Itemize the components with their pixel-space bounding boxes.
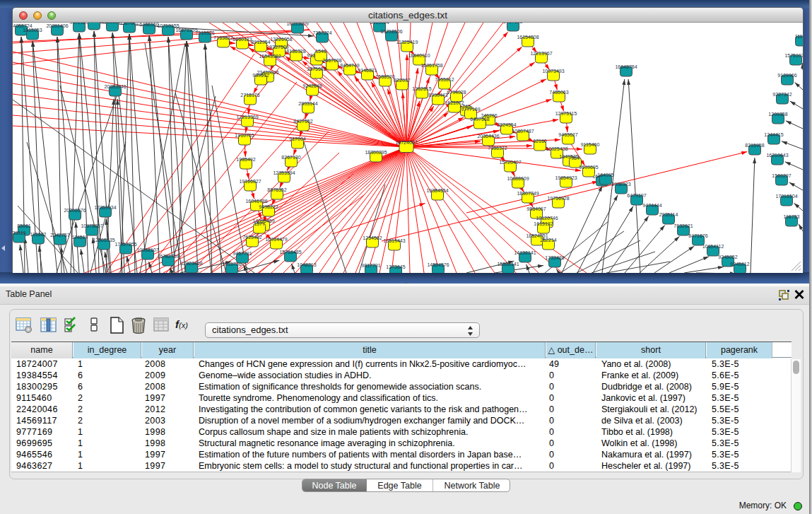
svg-text:9457791: 9457791 bbox=[233, 251, 252, 256]
svg-text:116753: 116753 bbox=[784, 214, 800, 219]
svg-text:16543382: 16543382 bbox=[259, 54, 281, 59]
svg-text:9115460: 9115460 bbox=[581, 142, 600, 147]
svg-text:18640910: 18640910 bbox=[408, 53, 430, 58]
svg-text:9884067: 9884067 bbox=[526, 206, 546, 211]
svg-text:3824554: 3824554 bbox=[497, 122, 516, 127]
svg-text:9129966: 9129966 bbox=[777, 73, 796, 78]
svg-text:2342757: 2342757 bbox=[50, 233, 69, 238]
svg-text:11325419: 11325419 bbox=[396, 40, 418, 45]
svg-text:8912954: 8912954 bbox=[251, 40, 270, 45]
svg-text:1373645: 1373645 bbox=[386, 264, 405, 269]
svg-text:252214: 252214 bbox=[540, 238, 556, 243]
svg-text:16046786: 16046786 bbox=[245, 199, 267, 204]
svg-text:1209358: 1209358 bbox=[768, 112, 787, 117]
svg-text:15716485: 15716485 bbox=[279, 250, 301, 255]
svg-text:989612: 989612 bbox=[252, 73, 269, 78]
svg-text:10975857: 10975857 bbox=[81, 223, 102, 228]
svg-text:115682: 115682 bbox=[30, 232, 47, 237]
svg-text:12353594: 12353594 bbox=[273, 170, 295, 175]
svg-text:1254562: 1254562 bbox=[363, 235, 382, 240]
svg-text:1048213: 1048213 bbox=[297, 262, 316, 267]
svg-text:6479197: 6479197 bbox=[627, 193, 646, 198]
svg-text:10807487: 10807487 bbox=[512, 129, 534, 134]
svg-text:15751074: 15751074 bbox=[784, 53, 803, 58]
svg-text:20206576: 20206576 bbox=[64, 208, 86, 213]
svg-text:1621072: 1621072 bbox=[445, 100, 464, 105]
svg-text:16914479: 16914479 bbox=[265, 237, 287, 242]
svg-text:12213967: 12213967 bbox=[530, 51, 552, 56]
svg-text:16210643: 16210643 bbox=[766, 153, 788, 158]
svg-text:39119: 39119 bbox=[13, 230, 26, 235]
svg-text:9777169: 9777169 bbox=[461, 107, 480, 112]
svg-text:1569297: 1569297 bbox=[772, 173, 791, 178]
svg-text:20091406: 20091406 bbox=[46, 23, 68, 28]
svg-text:85061: 85061 bbox=[17, 223, 31, 228]
svg-text:19166827: 19166827 bbox=[239, 179, 261, 184]
svg-text:7632621: 7632621 bbox=[673, 223, 693, 228]
svg-text:16671355: 16671355 bbox=[175, 28, 197, 33]
svg-text:1910755: 1910755 bbox=[235, 133, 254, 138]
svg-text:8471676: 8471676 bbox=[688, 233, 707, 238]
svg-text:10958107: 10958107 bbox=[136, 247, 158, 252]
svg-text:18300295: 18300295 bbox=[365, 150, 387, 155]
svg-text:16154808: 16154808 bbox=[517, 35, 539, 40]
svg-text:16961758: 16961758 bbox=[420, 63, 442, 68]
svg-text:12505135: 12505135 bbox=[93, 238, 114, 243]
svg-text:9463627: 9463627 bbox=[558, 132, 577, 137]
svg-text:2803144: 2803144 bbox=[298, 101, 317, 106]
svg-text:9672363: 9672363 bbox=[69, 23, 88, 25]
svg-text:1733426: 1733426 bbox=[545, 255, 564, 260]
svg-text:12213369: 12213369 bbox=[236, 115, 258, 119]
svg-text:1546: 1546 bbox=[315, 49, 326, 54]
svg-text:9817791: 9817791 bbox=[361, 263, 380, 268]
svg-text:12975115: 12975115 bbox=[555, 111, 577, 116]
svg-text:9146821: 9146821 bbox=[358, 68, 377, 73]
svg-text:14584576: 14584576 bbox=[427, 262, 449, 267]
svg-text:10025438: 10025438 bbox=[546, 146, 567, 151]
svg-text:2087682: 2087682 bbox=[503, 23, 522, 24]
svg-text:8267130: 8267130 bbox=[281, 155, 300, 160]
svg-text:10654112: 10654112 bbox=[702, 244, 724, 249]
svg-text:822037: 822037 bbox=[394, 78, 410, 83]
svg-text:14136141: 14136141 bbox=[514, 250, 536, 255]
svg-text:6497568: 6497568 bbox=[470, 117, 489, 122]
svg-text:2935114: 2935114 bbox=[659, 212, 678, 217]
svg-text:20053946: 20053946 bbox=[104, 84, 126, 89]
svg-text:62160: 62160 bbox=[533, 139, 547, 144]
svg-text:15536141: 15536141 bbox=[497, 262, 519, 267]
svg-text:11173: 11173 bbox=[795, 34, 803, 39]
svg-text:19519443: 19519443 bbox=[383, 238, 405, 243]
svg-text:7357224: 7357224 bbox=[312, 30, 331, 35]
svg-text:8878352: 8878352 bbox=[267, 187, 286, 192]
svg-text:13226058: 13226058 bbox=[270, 37, 292, 42]
svg-text:8938923: 8938923 bbox=[611, 182, 630, 187]
svg-text:1362615: 1362615 bbox=[412, 86, 431, 91]
svg-text:6794028: 6794028 bbox=[447, 90, 466, 95]
svg-text:9245612: 9245612 bbox=[730, 262, 749, 267]
svg-text:164095: 164095 bbox=[597, 173, 613, 177]
svg-text:3875685: 3875685 bbox=[307, 66, 326, 71]
svg-text:7515526: 7515526 bbox=[195, 30, 214, 35]
svg-text:917004: 917004 bbox=[289, 136, 305, 141]
svg-text:19756928: 19756928 bbox=[547, 196, 569, 201]
svg-text:17957255: 17957255 bbox=[114, 242, 136, 247]
svg-text:10973493: 10973493 bbox=[542, 69, 564, 74]
svg-text:9498222: 9498222 bbox=[259, 204, 278, 209]
svg-text:18724007: 18724007 bbox=[395, 140, 417, 145]
svg-text:8813054: 8813054 bbox=[370, 23, 389, 25]
svg-text:10688609: 10688609 bbox=[507, 176, 529, 181]
svg-text:1577: 1577 bbox=[254, 221, 265, 226]
svg-text:1985492: 1985492 bbox=[236, 157, 255, 162]
svg-text:1615132: 1615132 bbox=[534, 221, 553, 226]
svg-text:7986372: 7986372 bbox=[488, 146, 507, 151]
svg-text:9242848: 9242848 bbox=[302, 83, 322, 88]
svg-text:17016504: 17016504 bbox=[775, 194, 797, 199]
svg-text:10120746: 10120746 bbox=[536, 216, 558, 221]
svg-text:7163822: 7163822 bbox=[213, 35, 233, 40]
svg-text:1244415: 1244415 bbox=[764, 132, 783, 137]
svg-text:18807249: 18807249 bbox=[517, 191, 539, 196]
svg-text:9245052: 9245052 bbox=[718, 255, 737, 259]
svg-text:16648784: 16648784 bbox=[615, 64, 637, 69]
svg-text:8660123: 8660123 bbox=[233, 37, 252, 42]
svg-text:15720407: 15720407 bbox=[499, 160, 521, 165]
